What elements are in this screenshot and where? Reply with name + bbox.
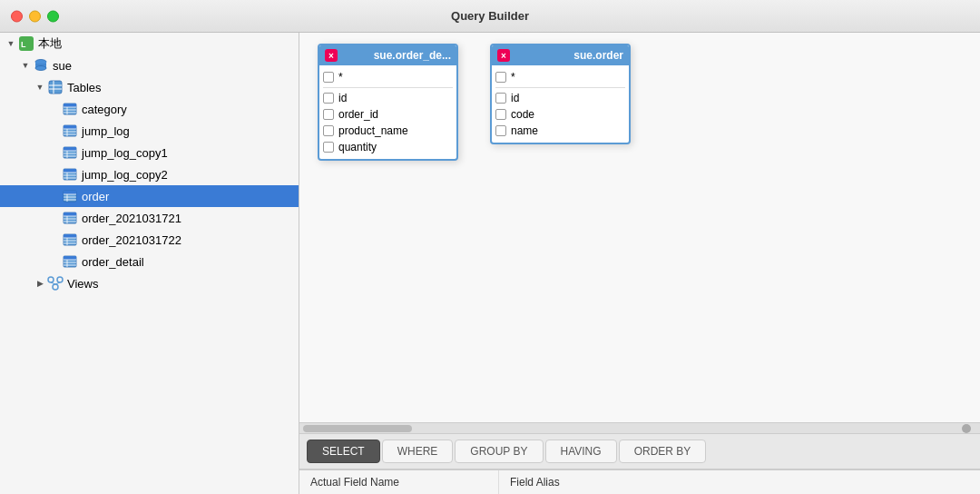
table-icon-order_2021031722: [62, 232, 78, 248]
svg-rect-47: [64, 234, 76, 238]
table-card-title-order: sue.order: [573, 49, 623, 62]
tab-select[interactable]: SELECT: [307, 440, 380, 463]
table-card-order_detail[interactable]: ×sue.order_de...*idorder_idproduct_nameq…: [318, 44, 458, 161]
sidebar-item-order_2021031722[interactable]: order_2021031722: [0, 229, 299, 251]
table-card-order[interactable]: ×sue.order*idcodename: [490, 44, 631, 144]
sidebar-label-order_detail: order_detail: [82, 255, 144, 269]
field-name-order-1: id: [511, 92, 519, 104]
tab-where[interactable]: WHERE: [382, 440, 454, 463]
tree-arrow-jump_log: [47, 124, 62, 138]
table-icon-order: [62, 188, 78, 204]
sidebar-label-category: category: [82, 103, 127, 116]
svg-rect-17: [64, 125, 76, 129]
table-field-order_detail-4[interactable]: quantity: [323, 139, 453, 155]
tree-arrow-sue-db: ▼: [18, 58, 33, 73]
column-headers: Actual Field NameField Alias: [299, 469, 980, 494]
field-name-order-2: code: [511, 108, 534, 121]
table-field-order-2[interactable]: code: [495, 106, 625, 123]
svg-rect-29: [64, 169, 76, 173]
sidebar-label-sue-db: sue: [53, 59, 72, 73]
table-card-close-order_detail[interactable]: ×: [325, 49, 338, 62]
table-field-order-0[interactable]: *: [495, 69, 625, 85]
field-checkbox-order_detail-2[interactable]: [323, 109, 334, 120]
tab-having[interactable]: HAVING: [545, 440, 617, 463]
query-tabs: SELECTWHEREGROUP BYHAVINGORDER BY: [299, 433, 980, 469]
tree-arrow-jump_log_copy2: [47, 167, 62, 182]
col-header-field_alias: Field Alias: [499, 470, 980, 494]
table-divider-order: [495, 87, 625, 88]
table-card-close-order[interactable]: ×: [497, 49, 510, 62]
table-card-header-order_detail: ×sue.order_de...: [319, 45, 456, 65]
table-field-order-3[interactable]: name: [495, 123, 625, 139]
title-bar: Query Builder: [0, 0, 980, 33]
field-checkbox-order_detail-0[interactable]: [323, 72, 334, 83]
svg-line-62: [55, 282, 60, 284]
table-field-order_detail-0[interactable]: *: [323, 69, 453, 85]
sidebar-item-order_2021031721[interactable]: order_2021031721: [0, 207, 299, 229]
sidebar-item-order[interactable]: order: [0, 185, 299, 207]
traffic-lights: [11, 10, 59, 22]
horizontal-scrollbar[interactable]: [299, 422, 980, 433]
sidebar-item-order_detail[interactable]: order_detail: [0, 251, 299, 272]
tree-arrow-views: ▶: [33, 276, 47, 291]
svg-point-60: [53, 284, 58, 290]
field-name-order-3: name: [511, 124, 538, 137]
table-field-order_detail-1[interactable]: id: [323, 90, 453, 106]
table-icon-jump_log_copy1: [62, 144, 78, 161]
sidebar-label-order: order: [82, 190, 109, 203]
sidebar-item-sue-db[interactable]: ▼ sue: [0, 54, 299, 76]
table-icon-category: [62, 101, 78, 117]
sidebar-item-local[interactable]: ▼ L 本地: [0, 33, 299, 54]
svg-point-4: [35, 66, 46, 71]
sidebar-label-local: 本地: [38, 35, 62, 52]
sidebar-item-tables[interactable]: ▼ Tables: [0, 76, 299, 98]
field-checkbox-order_detail-1[interactable]: [323, 93, 334, 104]
sidebar-label-order_2021031721: order_2021031721: [82, 212, 181, 225]
maximize-button[interactable]: [47, 10, 59, 22]
tab-group_by[interactable]: GROUP BY: [455, 440, 543, 463]
field-checkbox-order-1[interactable]: [495, 93, 506, 104]
tab-order_by[interactable]: ORDER BY: [619, 440, 707, 463]
right-panel: ×sue.order_de...*idorder_idproduct_nameq…: [299, 33, 980, 494]
tree-arrow-jump_log_copy1: [47, 145, 62, 160]
table-icon-order_detail: [62, 253, 78, 270]
field-checkbox-order-3[interactable]: [495, 125, 506, 136]
field-name-order_detail-0: *: [338, 71, 343, 84]
svg-rect-53: [64, 256, 76, 260]
close-button[interactable]: [11, 10, 23, 22]
scrollbar-thumb[interactable]: [303, 425, 412, 432]
svg-rect-23: [64, 147, 76, 151]
table-card-header-order: ×sue.order: [492, 45, 629, 65]
canvas-area[interactable]: ×sue.order_de...*idorder_idproduct_nameq…: [299, 33, 980, 422]
minimize-button[interactable]: [29, 10, 41, 22]
sidebar-item-jump_log_copy1[interactable]: jump_log_copy1: [0, 142, 299, 163]
table-field-order_detail-3[interactable]: product_name: [323, 123, 453, 139]
tree-arrow-order_detail: [47, 254, 62, 269]
tree-arrow-tables: ▼: [33, 80, 47, 94]
sidebar-label-tables: Tables: [67, 81, 102, 94]
field-checkbox-order_detail-4[interactable]: [323, 142, 334, 153]
svg-point-59: [57, 277, 63, 282]
svg-rect-41: [64, 212, 76, 216]
field-name-order_detail-2: order_id: [338, 108, 378, 121]
table-field-order_detail-2[interactable]: order_id: [323, 106, 453, 123]
tables-icon: [47, 79, 64, 95]
table-field-order-1[interactable]: id: [495, 90, 625, 106]
local-icon: L: [18, 35, 34, 52]
tree-arrow-local: ▼: [4, 36, 18, 51]
sidebar-item-category[interactable]: category: [0, 98, 299, 120]
table-icon-jump_log_copy2: [62, 166, 78, 183]
svg-rect-11: [64, 104, 76, 107]
svg-text:L: L: [21, 40, 26, 49]
svg-line-61: [51, 282, 55, 284]
field-checkbox-order-0[interactable]: [495, 72, 506, 83]
main-container: ▼ L 本地▼ sue▼ Tables category: [0, 33, 980, 494]
field-checkbox-order-2[interactable]: [495, 109, 506, 120]
sidebar-item-jump_log_copy2[interactable]: jump_log_copy2: [0, 163, 299, 185]
sidebar-item-views[interactable]: ▶ Views: [0, 272, 299, 294]
tree-arrow-order: [47, 189, 62, 203]
table-divider-order_detail: [323, 87, 453, 88]
field-checkbox-order_detail-3[interactable]: [323, 125, 334, 136]
db-icon: [33, 57, 49, 74]
sidebar-item-jump_log[interactable]: jump_log: [0, 120, 299, 142]
